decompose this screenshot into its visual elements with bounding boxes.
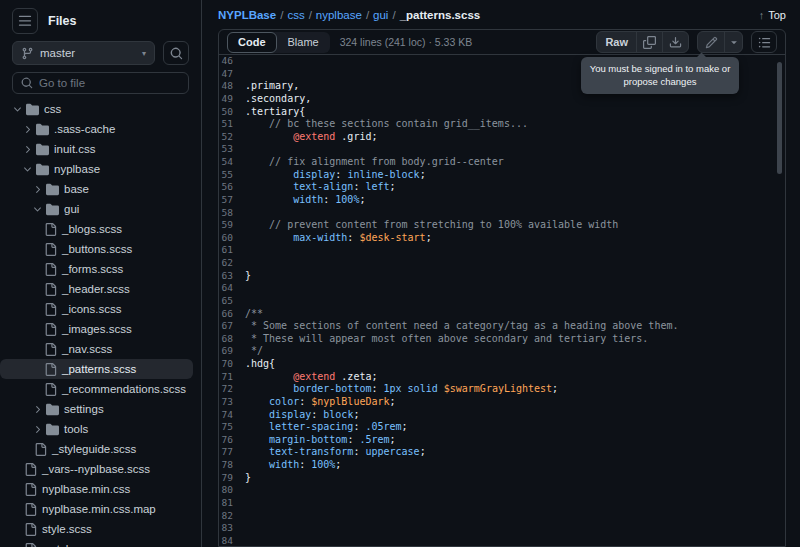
line-number[interactable]: 69	[219, 345, 245, 358]
line-number[interactable]: 54	[219, 156, 245, 169]
line-number[interactable]: 68	[219, 333, 245, 346]
line-number[interactable]: 83	[219, 522, 245, 535]
line-number[interactable]: 77	[219, 446, 245, 459]
line-number[interactable]: 59	[219, 219, 245, 232]
file-content-card: Code Blame 324 lines (241 loc) · 5.33 KB…	[218, 29, 786, 547]
tree-file-_blogs.scss[interactable]: _blogs.scss	[0, 219, 193, 239]
code-line-59: 59 // prevent content from stretching to…	[219, 219, 785, 232]
line-number[interactable]: 60	[219, 232, 245, 245]
signin-tooltip: You must be signed in to make or propose…	[581, 57, 739, 94]
file-icon	[34, 443, 47, 456]
chevron-right-icon	[22, 124, 33, 135]
line-number[interactable]: 84	[219, 535, 245, 546]
tree-file-_patterns.scss[interactable]: _patterns.scss	[0, 359, 193, 379]
file-icon	[44, 323, 57, 336]
tree-file-watch[interactable]: watch	[0, 539, 193, 547]
code-text: @extend .zeta;	[245, 371, 377, 384]
line-number[interactable]: 75	[219, 421, 245, 434]
download-button[interactable]	[662, 32, 688, 52]
code-text: width: 100%;	[245, 459, 341, 472]
edit-button[interactable]	[698, 32, 724, 52]
edit-group	[697, 31, 743, 53]
tree-file-_vars--nyplbase.scss[interactable]: _vars--nyplbase.scss	[0, 459, 193, 479]
line-number[interactable]: 52	[219, 131, 245, 144]
tree-file-_styleguide.scss[interactable]: _styleguide.scss	[0, 439, 193, 459]
tree-folder-base[interactable]: base	[0, 179, 193, 199]
tree-folder-gui[interactable]: gui	[0, 199, 193, 219]
breadcrumb-gui[interactable]: gui	[373, 9, 388, 21]
line-number[interactable]: 66	[219, 308, 245, 321]
tree-file-nyplbase.min.css[interactable]: nyplbase.min.css	[0, 479, 193, 499]
line-number[interactable]: 67	[219, 320, 245, 333]
code-line-58: 58	[219, 207, 785, 220]
arrow-up-icon: ↑	[759, 9, 765, 21]
line-number[interactable]: 73	[219, 396, 245, 409]
raw-button[interactable]: Raw	[597, 32, 636, 52]
code-text: * These will appear most often above sec…	[245, 333, 648, 346]
line-number[interactable]: 62	[219, 257, 245, 270]
code-scrollbar[interactable]	[777, 62, 782, 174]
tree-folder-tools[interactable]: tools	[0, 419, 193, 439]
line-number[interactable]: 55	[219, 169, 245, 182]
tree-item-label: nyplbase	[54, 163, 100, 175]
tree-folder-.sass-cache[interactable]: .sass-cache	[0, 119, 193, 139]
breadcrumb-nyplbase[interactable]: nyplbase	[316, 9, 362, 21]
file-meta: 324 lines (241 loc) · 5.33 KB	[340, 36, 473, 48]
tab-code[interactable]: Code	[227, 32, 277, 53]
line-number[interactable]: 47	[219, 68, 245, 81]
line-number[interactable]: 63	[219, 270, 245, 283]
tree-file-_buttons.scss[interactable]: _buttons.scss	[0, 239, 193, 259]
tree-file-_forms.scss[interactable]: _forms.scss	[0, 259, 193, 279]
tree-file-_recommendations.scss[interactable]: _recommendations.scss	[0, 379, 193, 399]
branch-selector[interactable]: master ▾	[12, 41, 155, 65]
tree-folder-inuit.css[interactable]: inuit.css	[0, 139, 193, 159]
tree-file-style.scss[interactable]: style.scss	[0, 519, 193, 539]
tree-file-nyplbase.min.css.map[interactable]: nyplbase.min.css.map	[0, 499, 193, 519]
edit-dropdown-button[interactable]	[724, 32, 742, 52]
line-number[interactable]: 51	[219, 118, 245, 131]
line-number[interactable]: 61	[219, 244, 245, 257]
line-number[interactable]: 56	[219, 181, 245, 194]
symbols-button[interactable]	[751, 31, 777, 53]
copy-button[interactable]	[636, 32, 662, 52]
sidebar-toggle-button[interactable]	[12, 8, 38, 34]
line-number[interactable]: 76	[219, 434, 245, 447]
breadcrumb-row: NYPLBase/css/nyplbase/gui/_patterns.scss…	[218, 0, 786, 29]
tree-file-_icons.scss[interactable]: _icons.scss	[0, 299, 193, 319]
line-number[interactable]: 70	[219, 358, 245, 371]
tree-folder-settings[interactable]: settings	[0, 399, 193, 419]
line-number[interactable]: 48	[219, 80, 245, 93]
line-number[interactable]: 50	[219, 106, 245, 119]
go-to-file-input[interactable]	[39, 77, 180, 89]
tree-item-label: style.scss	[42, 523, 92, 535]
tab-blame[interactable]: Blame	[277, 32, 330, 53]
breadcrumb-separator: /	[280, 9, 283, 21]
line-number[interactable]: 80	[219, 484, 245, 497]
tree-file-_images.scss[interactable]: _images.scss	[0, 319, 193, 339]
go-to-file-field[interactable]	[12, 72, 189, 94]
breadcrumb-css[interactable]: css	[287, 9, 304, 21]
tree-folder-css[interactable]: css	[0, 99, 193, 119]
breadcrumb-NYPLBase[interactable]: NYPLBase	[218, 9, 276, 21]
line-number[interactable]: 79	[219, 472, 245, 485]
line-number[interactable]: 72	[219, 383, 245, 396]
line-number[interactable]: 65	[219, 295, 245, 308]
line-number[interactable]: 82	[219, 510, 245, 523]
line-number[interactable]: 64	[219, 282, 245, 295]
code-text: margin-bottom: .5rem;	[245, 434, 396, 447]
line-number[interactable]: 57	[219, 194, 245, 207]
line-number[interactable]: 49	[219, 93, 245, 106]
line-number[interactable]: 81	[219, 497, 245, 510]
tree-folder-nyplbase[interactable]: nyplbase	[0, 159, 193, 179]
tree-file-_nav.scss[interactable]: _nav.scss	[0, 339, 193, 359]
back-to-top-link[interactable]: ↑ Top	[759, 9, 786, 21]
search-repo-button[interactable]	[163, 41, 189, 65]
line-number[interactable]: 74	[219, 409, 245, 422]
line-number[interactable]: 53	[219, 143, 245, 156]
line-number[interactable]: 78	[219, 459, 245, 472]
tree-file-_header.scss[interactable]: _header.scss	[0, 279, 193, 299]
line-number[interactable]: 71	[219, 371, 245, 384]
line-number[interactable]: 58	[219, 207, 245, 220]
line-number[interactable]: 46	[219, 55, 245, 68]
code-text: letter-spacing: .05rem;	[245, 421, 408, 434]
